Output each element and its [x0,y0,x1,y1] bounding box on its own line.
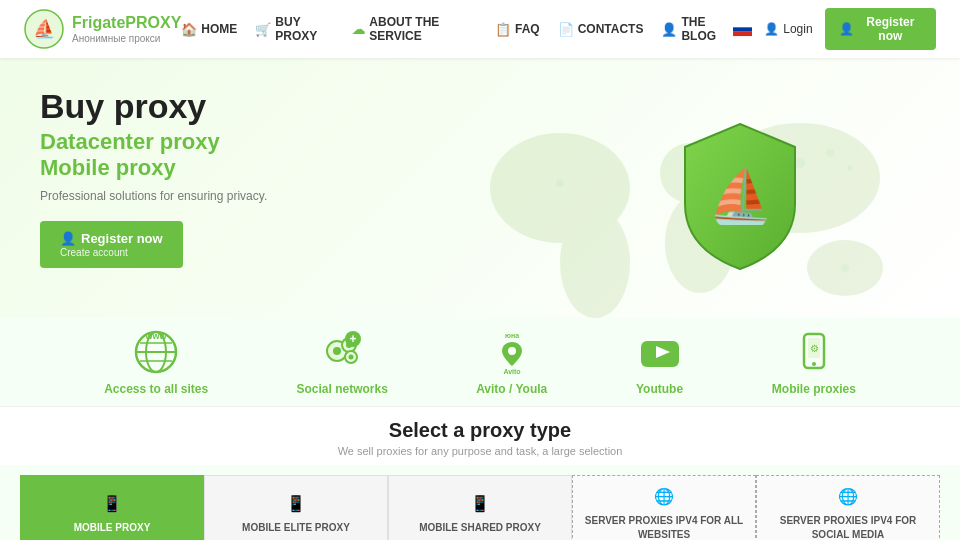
svg-rect-17 [733,22,752,26]
brand-part2: PROXY [125,14,181,31]
nav-home-label: HOME [201,22,237,36]
tab-mobile-proxy[interactable]: 📱 MOBILE PROXY [20,475,204,540]
cta-person-icon: 👤 [60,231,76,246]
login-label: Login [783,22,812,36]
mobile-shared-tab-icon: 📱 [470,493,490,515]
hero-content: Buy proxy Datacenter proxy Mobile proxy … [40,88,480,308]
features-row: www Access to all sites + Social network… [0,318,960,406]
proxy-tabs: 📱 MOBILE PROXY 📱 MOBILE ELITE PROXY 📱 MO… [20,475,940,540]
nav-home[interactable]: 🏠 HOME [181,22,237,37]
tab-mobile-elite[interactable]: 📱 MOBILE ELITE PROXY [204,475,388,540]
logo: ⛵ FrigatePROXY Анонимные прокси [24,9,181,49]
select-proxy-desc: We sell proxies for any purpose and task… [20,445,940,457]
svg-text:Avito: Avito [503,368,520,375]
nav-contacts-label: CONTACTS [578,22,644,36]
user-icon: 👤 [764,22,779,36]
tab-server-all[interactable]: 🌐 SERVER PROXIES IPV4 FOR ALL WEBSITES [572,475,756,540]
svg-text:⛵: ⛵ [33,18,56,40]
nav-faq[interactable]: 📋 FAQ [495,22,540,37]
home-icon: 🏠 [181,22,197,37]
mobile-elite-tab-label: MOBILE ELITE PROXY [242,521,350,535]
register-button[interactable]: 👤 Register now [825,8,936,50]
svg-rect-18 [733,27,752,31]
cta-main-label: Register now [81,231,163,246]
feature-youtube[interactable]: Youtube [636,328,684,396]
select-proxy-section: Select a proxy type We sell proxies for … [0,406,960,465]
hero-subtitle1: Datacenter proxy [40,129,480,155]
svg-point-56 [812,362,816,366]
faq-icon: 📋 [495,22,511,37]
shield-icon: ⛵ [675,119,805,274]
feature-avito[interactable]: юна Avito Avito / Youla [476,328,547,396]
nav-buy-proxy-label: BUY PROXY [275,15,334,43]
nav-buy-proxy[interactable]: 🛒 BUY PROXY [255,15,334,43]
svg-point-21 [560,208,630,318]
svg-point-42 [333,347,341,355]
tab-mobile-shared[interactable]: 📱 MOBILE SHARED PROXY [388,475,572,540]
cart-icon: 🛒 [255,22,271,37]
feature-social[interactable]: + Social networks [296,328,387,396]
select-proxy-title: Select a proxy type [20,419,940,442]
cta-sub-label: Create account [60,247,128,258]
nav-about[interactable]: ☁ ABOUT THE SERVICE [352,15,477,43]
brand-part1: Frigate [72,14,125,31]
svg-text:+: + [350,332,357,346]
login-button[interactable]: 👤 Login [764,22,812,36]
youtube-icon [636,328,684,376]
logo-icon: ⛵ [24,9,64,49]
nav-faq-label: FAQ [515,22,540,36]
svg-text:⚙: ⚙ [809,343,818,354]
svg-text:www: www [145,331,168,341]
svg-point-46 [349,355,354,360]
header-right: 👤 Login 👤 Register now [733,8,936,50]
hero-visual: ⛵ [480,88,920,308]
svg-point-32 [556,179,564,187]
main-nav: 🏠 HOME 🛒 BUY PROXY ☁ ABOUT THE SERVICE 📋… [181,15,733,43]
nav-blog-label: THE BLOG [681,15,733,43]
server-social-tab-label: SERVER PROXIES IPV4 FOR SOCIAL MEDIA [763,514,933,540]
contacts-icon: 📄 [558,22,574,37]
svg-rect-19 [733,31,752,35]
feature-access-sites-label: Access to all sites [104,382,208,396]
mobile-shared-tab-label: MOBILE SHARED PROXY [419,521,541,535]
nav-blog[interactable]: 👤 THE BLOG [661,15,733,43]
shield-logo: ⛵ [675,119,805,278]
hero-cta-button[interactable]: 👤 Register now Create account [40,221,183,268]
register-icon: 👤 [839,22,854,36]
feature-mobile[interactable]: ⚙ Mobile proxies [772,328,856,396]
server-all-tab-icon: 🌐 [654,486,674,508]
logo-text: FrigatePROXY Анонимные прокси [72,13,181,44]
brand-name: FrigatePROXY [72,13,181,32]
svg-text:⛵: ⛵ [708,165,773,227]
register-label: Register now [859,15,922,43]
hero-subtitle2: Mobile proxy [40,155,480,181]
nav-contacts[interactable]: 📄 CONTACTS [558,22,644,37]
server-all-tab-label: SERVER PROXIES IPV4 FOR ALL WEBSITES [579,514,749,540]
header: ⛵ FrigatePROXY Анонимные прокси 🏠 HOME 🛒… [0,0,960,58]
mobile-icon: ⚙ [790,328,838,376]
social-icon: + [318,328,366,376]
svg-point-33 [841,264,849,272]
hero-section: Buy proxy Datacenter proxy Mobile proxy … [0,58,960,318]
server-social-tab-icon: 🌐 [838,486,858,508]
feature-access-sites[interactable]: www Access to all sites [104,328,208,396]
avito-icon: юна Avito [488,328,536,376]
globe-icon: www [132,328,180,376]
logo-subtitle: Анонимные прокси [72,33,181,45]
tab-server-social[interactable]: 🌐 SERVER PROXIES IPV4 FOR SOCIAL MEDIA [756,475,940,540]
feature-avito-label: Avito / Youla [476,382,547,396]
blog-icon: 👤 [661,22,677,37]
svg-point-29 [847,165,853,171]
mobile-elite-tab-icon: 📱 [286,493,306,515]
nav-about-label: ABOUT THE SERVICE [369,15,477,43]
svg-point-50 [508,347,516,355]
mobile-proxy-tab-label: MOBILE PROXY [74,521,151,535]
feature-social-label: Social networks [296,382,387,396]
cloud-icon: ☁ [352,22,365,37]
feature-mobile-label: Mobile proxies [772,382,856,396]
language-flag[interactable] [733,22,752,37]
svg-point-28 [826,149,834,157]
hero-title: Buy proxy [40,88,480,125]
hero-description: Professional solutions for ensuring priv… [40,189,480,203]
mobile-proxy-tab-icon: 📱 [102,493,122,515]
